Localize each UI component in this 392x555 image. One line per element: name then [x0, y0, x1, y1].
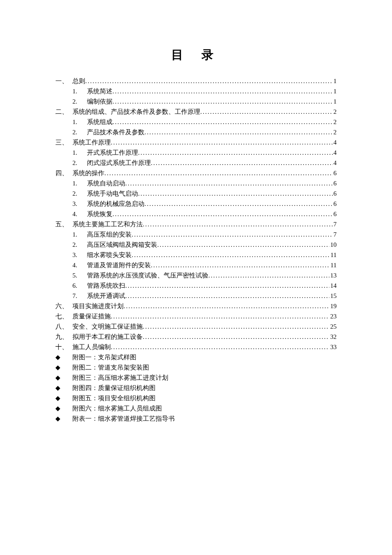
toc-leader-dots: [208, 270, 329, 280]
toc-label: 质量保证措施: [72, 311, 111, 321]
attachment-entry: ◆附图二：管道支吊架安装图: [55, 362, 337, 373]
toc-label: 系统的组成、产品技术条件及参数、工作原理: [72, 107, 200, 117]
toc-leader-dots: [112, 117, 333, 127]
toc-entry: 2.系统手动电气启动6: [55, 188, 337, 199]
diamond-bullet-icon: ◆: [55, 352, 72, 362]
toc-marker: 3.: [72, 199, 87, 209]
toc-entry: 1.高压泵组的安装7: [55, 229, 337, 240]
toc-page-number: 6: [333, 178, 337, 188]
toc-page-number: 23: [329, 311, 337, 321]
toc-marker: 1.: [72, 86, 87, 96]
toc-entry: 八、安全、文明施工保证措施25: [55, 321, 337, 332]
toc-label: 系统恢复: [87, 209, 112, 219]
toc-marker: 2.: [72, 158, 87, 168]
toc-page-number: 1: [333, 76, 337, 86]
toc-entry: 1.系统自动启动6: [55, 178, 337, 188]
toc-leader-dots: [125, 280, 329, 291]
toc-leader-dots: [104, 168, 333, 178]
toc-leader-dots: [85, 76, 333, 86]
toc-page-number: 11: [330, 250, 337, 260]
toc-entry: 4.管道及管道附件的安装11: [55, 260, 337, 270]
toc-page-number: 19: [329, 301, 337, 311]
toc-entry: 十、施工人员编制33: [55, 342, 337, 352]
toc-leader-dots: [157, 240, 329, 250]
diamond-bullet-icon: ◆: [55, 393, 72, 403]
toc-entry: 1.系统组成2: [55, 117, 337, 127]
toc-marker: 6.: [72, 280, 87, 291]
toc-marker: 三、: [55, 137, 72, 147]
toc-page-number: 4: [333, 137, 337, 147]
toc-leader-dots: [151, 158, 333, 168]
toc-leader-dots: [125, 178, 333, 188]
attachment-label: 附图五：项目安全组织机构图: [72, 393, 337, 403]
toc-label: 拟用于本工程的施工设备: [72, 332, 143, 342]
toc-page-number: 6: [333, 168, 337, 178]
toc-leader-dots: [138, 147, 333, 158]
toc-label: 系统组成: [87, 117, 112, 127]
page-title: 目 录: [55, 47, 337, 63]
toc-page-number: 1: [333, 96, 337, 107]
toc-leader-dots: [132, 229, 333, 240]
diamond-bullet-icon: ◆: [55, 362, 72, 373]
toc-leader-dots: [125, 291, 329, 301]
toc-label: 系统手动电气启动: [87, 188, 138, 199]
toc-leader-dots: [112, 96, 333, 107]
toc-leader-dots: [143, 219, 333, 229]
toc-leader-dots: [112, 86, 333, 96]
toc-entry: 1.开式系统工作原理4: [55, 147, 337, 158]
toc-marker: 2.: [72, 240, 87, 250]
toc-leader-dots: [144, 199, 333, 209]
toc-leader-dots: [132, 250, 330, 260]
toc-label: 系统主要施工工艺和方法: [72, 219, 143, 229]
toc-entry: 3.系统的机械应急启动6: [55, 199, 337, 209]
toc-page-number: 10: [329, 240, 337, 250]
toc-page-number: 2: [333, 107, 337, 117]
toc-marker: 5.: [72, 270, 87, 280]
toc-page-number: 33: [329, 342, 337, 352]
attachment-entry: ◆附图三：高压细水雾施工进度计划: [55, 373, 337, 383]
toc-label: 系统开通调试: [87, 291, 125, 301]
attachment-entry: ◆附图四：质量保证组织机构图: [55, 383, 337, 393]
toc-label: 开式系统工作原理: [87, 147, 138, 158]
toc-marker: 七、: [55, 311, 72, 321]
toc-leader-dots: [143, 332, 329, 342]
toc-entry: 五、系统主要施工工艺和方法7: [55, 219, 337, 229]
diamond-bullet-icon: ◆: [55, 373, 72, 383]
toc-page-number: 4: [333, 147, 337, 158]
toc-label: 系统自动启动: [87, 178, 125, 188]
toc-entry: 三、系统工作原理4: [55, 137, 337, 147]
toc-label: 系统工作原理: [72, 137, 111, 147]
toc-leader-dots: [138, 188, 333, 199]
toc-entry: 1.系统简述1: [55, 86, 337, 96]
toc-label: 管路系统的水压强度试验、气压严密性试验: [87, 270, 208, 280]
toc-entry: 四、系统的操作6: [55, 168, 337, 178]
toc-label: 产品技术条件及参数: [87, 127, 144, 137]
toc-entry: 七、质量保证措施23: [55, 311, 337, 321]
toc-label: 高压泵组的安装: [87, 229, 132, 240]
attachment-entry: ◆附图六：细水雾施工人员组成图: [55, 403, 337, 413]
diamond-bullet-icon: ◆: [55, 383, 72, 393]
attachment-entry: ◆附表一：细水雾管道焊接工艺指导书: [55, 413, 337, 424]
toc-leader-dots: [200, 107, 333, 117]
toc-entry: 7.系统开通调试15: [55, 291, 337, 301]
toc-entry: 一、总则1: [55, 76, 337, 86]
toc-leader-dots: [112, 209, 333, 219]
attachment-label: 附图六：细水雾施工人员组成图: [72, 403, 337, 413]
toc-marker: 二、: [55, 107, 72, 117]
toc-label: 细水雾喷头安装: [87, 250, 132, 260]
toc-marker: 1.: [72, 229, 87, 240]
toc-marker: 4.: [72, 209, 87, 219]
attachment-entry: ◆附图一：支吊架式样图: [55, 352, 337, 362]
attachment-label: 附图二：管道支吊架安装图: [72, 362, 337, 373]
toc-marker: 2.: [72, 127, 87, 137]
toc-marker: 五、: [55, 219, 72, 229]
toc-entry: 2.编制依据1: [55, 96, 337, 107]
toc-marker: 六、: [55, 301, 72, 311]
toc-entry: 6.管路系统吹扫14: [55, 280, 337, 291]
toc-leader-dots: [111, 342, 329, 352]
toc-page-number: 32: [329, 332, 337, 342]
toc-label: 闭式湿式系统工作原理: [87, 158, 151, 168]
toc-leader-dots: [143, 321, 329, 332]
toc-marker: 7.: [72, 291, 87, 301]
toc-entry: 5.管路系统的水压强度试验、气压严密性试验13: [55, 270, 337, 280]
